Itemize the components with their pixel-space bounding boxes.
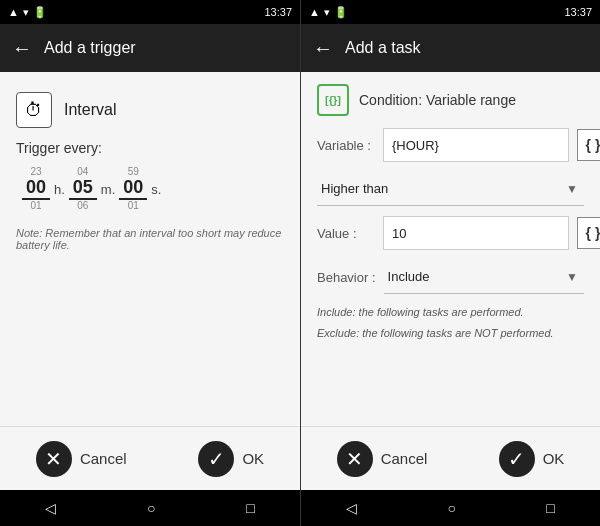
right-back-nav-icon[interactable]: ◁ bbox=[346, 500, 357, 516]
right-bottom-bar: ✕ Cancel ✓ OK bbox=[301, 426, 600, 490]
left-time: 13:37 bbox=[264, 6, 292, 18]
behavior-label: Behavior : bbox=[317, 270, 376, 285]
behavior-row: Behavior : Include Exclude ▼ bbox=[317, 260, 584, 294]
secs-above: 59 bbox=[119, 166, 147, 177]
secs-value[interactable]: 00 bbox=[119, 177, 147, 200]
left-panel: ▲ ▾ 🔋 13:37 ← Add a trigger ⏱ Interval T… bbox=[0, 0, 300, 526]
left-bottom-bar: ✕ Cancel ✓ OK bbox=[0, 426, 300, 490]
hours-col: 23 00 01 bbox=[22, 166, 50, 211]
right-panel: ▲ ▾ 🔋 13:37 ← Add a task [{}] Condition:… bbox=[300, 0, 600, 526]
ok-icon: ✓ bbox=[198, 441, 234, 477]
left-status-bar: ▲ ▾ 🔋 13:37 bbox=[0, 0, 300, 24]
right-status-icons: ▲ ▾ 🔋 bbox=[309, 6, 348, 19]
wifi-icon: ▾ bbox=[23, 6, 29, 19]
value-braces-button[interactable]: { } bbox=[577, 217, 600, 249]
right-signal-icon: ▲ bbox=[309, 6, 320, 18]
interval-label: Interval bbox=[64, 101, 116, 119]
secs-col: 59 00 01 bbox=[119, 166, 147, 211]
time-picker: 23 00 01 h. 04 05 06 m. 59 00 01 s. bbox=[16, 166, 284, 211]
right-status-bar: ▲ ▾ 🔋 13:37 bbox=[301, 0, 600, 24]
mins-below: 06 bbox=[69, 200, 97, 211]
variable-range-icon: [{}] bbox=[325, 94, 341, 106]
right-home-nav-icon[interactable]: ○ bbox=[448, 500, 456, 516]
right-back-button[interactable]: ← bbox=[313, 37, 333, 60]
right-toolbar: ← Add a task bbox=[301, 24, 600, 72]
right-content: [{}] Condition: Variable range Variable … bbox=[301, 72, 600, 426]
left-ok-button[interactable]: ✓ OK bbox=[186, 435, 276, 483]
info-exclude: Exclude: the following tasks are NOT per… bbox=[317, 325, 584, 342]
value-label: Value : bbox=[317, 226, 375, 241]
hours-below: 01 bbox=[22, 200, 50, 211]
behavior-dropdown-wrap: Include Exclude ▼ bbox=[384, 260, 584, 294]
mins-col: 04 05 06 bbox=[69, 166, 97, 211]
right-cancel-icon: ✕ bbox=[337, 441, 373, 477]
right-ok-label: OK bbox=[543, 450, 565, 467]
value-input[interactable] bbox=[383, 216, 569, 250]
right-ok-button[interactable]: ✓ OK bbox=[487, 435, 577, 483]
secs-below: 01 bbox=[119, 200, 147, 211]
info-include: Include: the following tasks are perform… bbox=[317, 304, 584, 321]
right-recent-nav-icon[interactable]: □ bbox=[546, 500, 554, 516]
right-nav-bar: ◁ ○ □ bbox=[301, 490, 600, 526]
trigger-every-label: Trigger every: bbox=[16, 140, 284, 156]
comparison-dropdown-row: Higher than Lower than Equal to ▼ bbox=[317, 172, 584, 206]
variable-field-row: Variable : { } bbox=[317, 128, 584, 162]
battery-icon: 🔋 bbox=[33, 6, 47, 19]
home-nav-icon[interactable]: ○ bbox=[147, 500, 155, 516]
cancel-label: Cancel bbox=[80, 450, 127, 467]
variable-braces-button[interactable]: { } bbox=[577, 129, 600, 161]
left-back-button[interactable]: ← bbox=[12, 37, 32, 60]
left-toolbar: ← Add a trigger bbox=[0, 24, 300, 72]
right-cancel-button[interactable]: ✕ Cancel bbox=[325, 435, 440, 483]
right-battery-icon: 🔋 bbox=[334, 6, 348, 19]
mins-value[interactable]: 05 bbox=[69, 177, 97, 200]
condition-title: Condition: Variable range bbox=[359, 92, 516, 108]
hours-unit: h. bbox=[54, 182, 65, 197]
right-wifi-icon: ▾ bbox=[324, 6, 330, 19]
right-ok-icon: ✓ bbox=[499, 441, 535, 477]
value-field-row: Value : { } bbox=[317, 216, 584, 250]
mins-unit: m. bbox=[101, 182, 115, 197]
left-toolbar-title: Add a trigger bbox=[44, 39, 136, 57]
battery-note: Note: Remember that an interval too shor… bbox=[16, 227, 284, 251]
right-toolbar-title: Add a task bbox=[345, 39, 421, 57]
variable-label: Variable : bbox=[317, 138, 375, 153]
secs-unit: s. bbox=[151, 182, 161, 197]
ok-label: OK bbox=[242, 450, 264, 467]
back-nav-icon[interactable]: ◁ bbox=[45, 500, 56, 516]
timer-icon: ⏱ bbox=[25, 100, 43, 121]
condition-header: [{}] Condition: Variable range bbox=[317, 84, 584, 116]
cancel-icon: ✕ bbox=[36, 441, 72, 477]
signal-icon: ▲ bbox=[8, 6, 19, 18]
condition-icon: [{}] bbox=[317, 84, 349, 116]
right-time: 13:37 bbox=[564, 6, 592, 18]
comparison-select[interactable]: Higher than Lower than Equal to bbox=[317, 172, 584, 206]
right-cancel-label: Cancel bbox=[381, 450, 428, 467]
left-cancel-button[interactable]: ✕ Cancel bbox=[24, 435, 139, 483]
behavior-select[interactable]: Include Exclude bbox=[384, 260, 584, 294]
trigger-header-row: ⏱ Interval bbox=[16, 84, 284, 140]
mins-above: 04 bbox=[69, 166, 97, 177]
interval-icon: ⏱ bbox=[16, 92, 52, 128]
hours-value[interactable]: 00 bbox=[22, 177, 50, 200]
hours-above: 23 bbox=[22, 166, 50, 177]
left-nav-bar: ◁ ○ □ bbox=[0, 490, 300, 526]
recent-nav-icon[interactable]: □ bbox=[246, 500, 254, 516]
left-content: ⏱ Interval Trigger every: 23 00 01 h. 04… bbox=[0, 72, 300, 426]
variable-input[interactable] bbox=[383, 128, 569, 162]
left-status-icons: ▲ ▾ 🔋 bbox=[8, 6, 47, 19]
